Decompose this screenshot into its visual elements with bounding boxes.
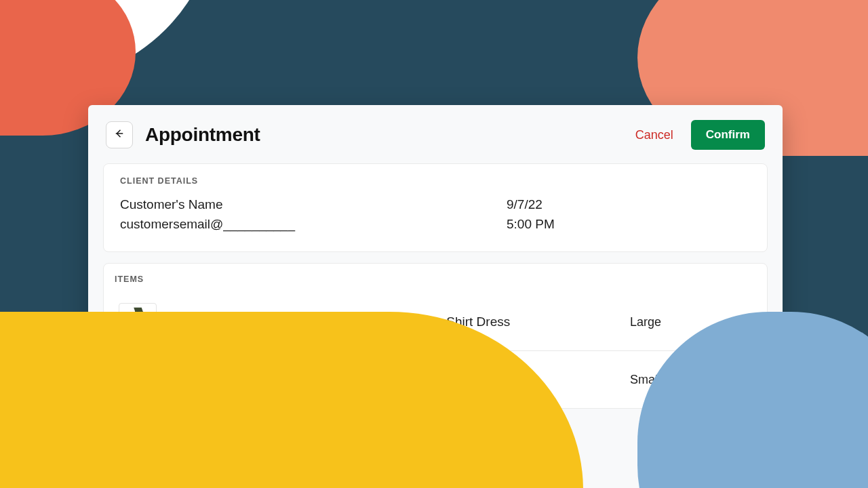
card-header: Appointment Cancel Confirm — [88, 105, 783, 163]
back-button[interactable] — [106, 121, 133, 148]
confirm-button[interactable]: Confirm — [691, 120, 765, 150]
appointment-date: 9/7/22 — [507, 195, 669, 215]
appointment-time: 5:00 PM — [507, 215, 669, 235]
arrow-left-icon — [113, 127, 125, 142]
client-name: Customer's Name — [120, 195, 446, 215]
client-email: customersemail@__________ — [120, 215, 446, 235]
client-details-section: CLIENT DETAILS Customer's Name customers… — [103, 163, 768, 252]
items-label: ITEMS — [115, 274, 756, 284]
header-actions: Cancel Confirm — [635, 120, 765, 150]
page-title: Appointment — [145, 124, 623, 146]
cancel-button[interactable]: Cancel — [635, 128, 673, 142]
client-details-label: CLIENT DETAILS — [120, 176, 751, 186]
